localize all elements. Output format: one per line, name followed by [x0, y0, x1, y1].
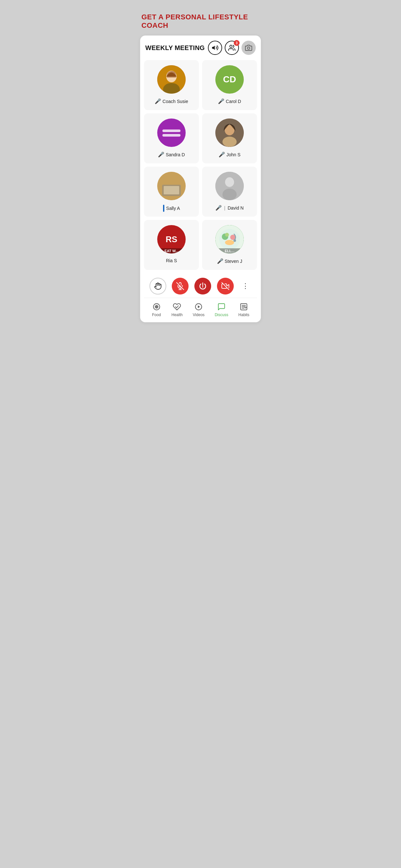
camera-button[interactable]	[242, 41, 256, 55]
nav-videos-label: Videos	[193, 313, 204, 317]
nav-food[interactable]: Food	[152, 302, 161, 317]
participants-grid: 🎤 Coach Susie CD 🎤 Carol D	[144, 60, 257, 270]
mic-off-icon-john-s: 🎤	[219, 151, 225, 158]
svg-point-10	[222, 136, 237, 147]
svg-point-22	[225, 233, 229, 237]
cell-footer-david-n: 🎤 | David N	[215, 205, 243, 211]
food-icon	[152, 302, 161, 312]
svg-point-16	[222, 189, 237, 200]
videos-icon	[194, 302, 204, 312]
avatar-steven-j: ELL...	[215, 225, 244, 253]
cell-footer-coach-susie: 🎤 Coach Susie	[155, 98, 188, 104]
mic-off-icon-carol-d: 🎤	[218, 98, 224, 104]
participant-sandra-d: 🎤 Sandra D	[144, 113, 199, 163]
participant-carol-d: CD 🎤 Carol D	[202, 60, 257, 110]
meeting-card: WEEKLY MEETING 3	[140, 35, 261, 322]
participant-name-ria-s: Ria S	[166, 258, 177, 263]
nav-habits-label: Habits	[238, 313, 249, 317]
end-call-button[interactable]	[194, 278, 211, 294]
nav-discuss-label: Discuss	[215, 313, 228, 317]
meeting-title: WEEKLY MEETING	[145, 44, 205, 52]
nav-food-label: Food	[152, 313, 161, 317]
nav-health-label: Health	[172, 313, 183, 317]
participant-name-carol-d: Carol D	[226, 99, 241, 104]
mic-off-icon-coach-susie: 🎤	[155, 98, 161, 104]
participant-name-sally-a: Sally A	[166, 206, 180, 211]
bottom-nav: Food Health Videos	[144, 298, 257, 322]
mic-off-icon-sandra-d: 🎤	[158, 151, 164, 158]
svg-point-23	[234, 239, 236, 242]
participant-sally-a: Sally A	[144, 166, 199, 217]
svg-point-2	[247, 47, 250, 49]
participant-name-steven-j: Steven J	[225, 259, 242, 264]
cell-footer-sandra-d: 🎤 Sandra D	[158, 151, 185, 158]
participant-name-john-s: John S	[226, 152, 241, 157]
svg-point-15	[225, 177, 234, 187]
nav-videos[interactable]: Videos	[193, 302, 204, 317]
svg-rect-7	[162, 134, 181, 136]
participant-coach-susie: 🎤 Coach Susie	[144, 60, 199, 110]
mic-off-icon-david-n: 🎤	[215, 205, 222, 211]
svg-point-18	[219, 229, 240, 250]
avatar-david-n	[215, 172, 244, 200]
svg-rect-13	[164, 186, 179, 194]
overlay-eat-well: EAT W...	[157, 248, 186, 253]
svg-rect-6	[162, 129, 181, 132]
mute-button[interactable]	[172, 278, 189, 294]
svg-point-21	[225, 240, 234, 245]
nav-discuss[interactable]: Discuss	[215, 302, 228, 317]
svg-marker-34	[198, 306, 200, 308]
participant-ria-s: RS EAT W... Ria S	[144, 220, 199, 270]
svg-marker-0	[212, 46, 215, 50]
participant-david-n: 🎤 | David N	[202, 166, 257, 217]
habits-icon	[239, 302, 249, 312]
separator: |	[224, 206, 225, 211]
header-icons: 3	[208, 41, 256, 55]
more-options-button[interactable]: ⋮	[239, 279, 251, 293]
avatar-john-s	[215, 119, 244, 147]
svg-point-1	[230, 45, 232, 48]
cell-footer-carol-d: 🎤 Carol D	[218, 98, 241, 104]
participant-name-sandra-d: Sandra D	[166, 152, 185, 157]
participant-name-david-n: David N	[227, 206, 244, 211]
video-off-button[interactable]	[217, 278, 234, 294]
nav-health[interactable]: Health	[172, 302, 183, 317]
participant-steven-j: ELL... 🎤 Steven J	[202, 220, 257, 270]
overlay-ell: ELL...	[215, 248, 244, 253]
discuss-icon	[217, 302, 226, 312]
mic-off-icon-steven-j: 🎤	[217, 258, 223, 264]
active-status-bar	[163, 205, 164, 212]
participants-button[interactable]: 3	[225, 41, 239, 55]
avatar-sally-a	[157, 172, 186, 200]
nav-habits[interactable]: Habits	[238, 302, 249, 317]
card-header: WEEKLY MEETING 3	[144, 41, 257, 55]
participant-name-coach-susie: Coach Susie	[162, 99, 188, 104]
health-icon	[172, 302, 182, 312]
page-title: GET A PERSONAL LIFESTYLE COACH	[140, 13, 261, 30]
hand-raise-button[interactable]	[150, 278, 166, 294]
avatar-carol-d: CD	[215, 65, 244, 94]
cell-footer-ria-s: Ria S	[166, 258, 177, 263]
avatar-coach-susie	[157, 65, 186, 94]
avatar-ria-s: RS EAT W...	[157, 225, 186, 253]
cell-footer-sally-a: Sally A	[163, 205, 180, 212]
audio-button[interactable]	[208, 41, 222, 55]
cell-footer-john-s: 🎤 John S	[219, 151, 241, 158]
participants-badge: 3	[234, 40, 240, 46]
cell-footer-steven-j: 🎤 Steven J	[217, 258, 242, 264]
meeting-controls: ⋮	[144, 273, 257, 298]
participant-john-s: 🎤 John S	[202, 113, 257, 163]
avatar-sandra-d	[157, 119, 186, 147]
